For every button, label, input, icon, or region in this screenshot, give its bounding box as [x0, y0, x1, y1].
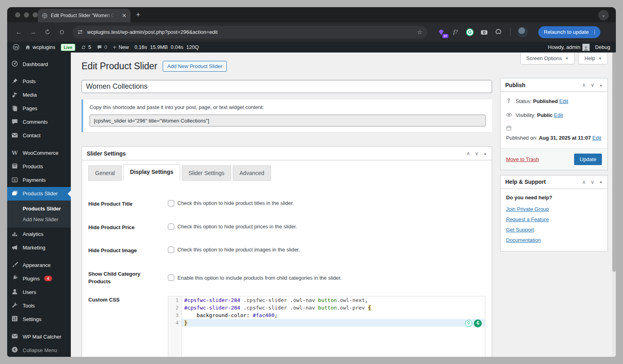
checkbox-hide-product-image[interactable] [168, 247, 174, 253]
edit-published-date-link[interactable]: Edit [592, 135, 601, 141]
sidebar-item-products-slider[interactable]: Products Slider [7, 187, 71, 200]
sidebar-item-products[interactable]: Products [7, 160, 71, 173]
scrollbar-thumb[interactable] [612, 53, 616, 272]
debug-menu[interactable]: Debug [595, 44, 610, 50]
window-controls[interactable] [15, 12, 38, 18]
screen-options-button[interactable]: Screen Options▼ [520, 53, 575, 64]
comments-menu[interactable]: 0 [97, 44, 107, 50]
edit-status-link[interactable]: Edit [559, 98, 568, 104]
move-up-icon[interactable]: ∧ [582, 82, 586, 88]
help-link-request-a-feature[interactable]: Request a Feature [506, 216, 602, 222]
browser-toolbar: ← → wcplugins.test/wp-admin/post.php?pos… [7, 22, 616, 42]
checkbox-hide-product-title[interactable] [168, 200, 174, 206]
relaunch-to-update-button[interactable]: Relaunch to update ⋮ [538, 26, 600, 38]
sidebar-item-label: Dashboard [23, 61, 48, 67]
home-button[interactable] [56, 26, 68, 38]
tab-close-icon[interactable]: ✕ [122, 12, 127, 19]
sidebar-subitem-products-slider[interactable]: Products Slider [7, 203, 71, 214]
help-link-join-private-group[interactable]: Join Private Group [506, 206, 602, 212]
sidebar-item-marketing[interactable]: Marketing [7, 241, 71, 255]
move-up-icon[interactable]: ∧ [582, 179, 586, 185]
tab-overflow-button[interactable]: ⌄ [598, 10, 609, 20]
move-down-icon[interactable]: ∨ [591, 82, 595, 88]
forward-button[interactable]: → [27, 26, 39, 38]
new-content-menu[interactable]: + New [113, 44, 129, 51]
edit-visibility-link[interactable]: Edit [554, 112, 563, 118]
sidebar-item-analytics[interactable]: Analytics [7, 228, 71, 241]
site-info-icon[interactable] [77, 29, 83, 35]
published-on-row: Published on: Aug 31, 2025 at 11:07 Edit [506, 125, 602, 142]
sidebar-item-contact[interactable]: Contact [7, 129, 71, 142]
move-down-icon[interactable]: ∨ [591, 179, 595, 185]
zoom-window-button[interactable] [33, 12, 38, 18]
sidebar-item-plugins[interactable]: Plugins4 [7, 272, 71, 285]
help-link-get-support[interactable]: Get Support [506, 227, 602, 233]
reload-button[interactable] [41, 26, 53, 38]
wp-logo-icon[interactable] [13, 44, 19, 51]
site-menu[interactable]: wcplugins [25, 44, 55, 50]
code-empty-area[interactable] [168, 327, 485, 357]
tab-advanced[interactable]: Advanced [233, 165, 271, 181]
grammarly-badge-icon[interactable]: G [474, 319, 482, 327]
menu-dots-icon[interactable]: ⋮ [592, 29, 597, 35]
move-up-icon[interactable]: ∧ [466, 150, 470, 156]
sidebar-item-payments[interactable]: $Payments [7, 173, 71, 187]
sidebar-item-wp-mail-catcher[interactable]: WP Mail Catcher [7, 330, 71, 343]
sidebar-item-tools[interactable]: Tools [7, 299, 71, 312]
back-button[interactable]: ← [13, 26, 25, 38]
content-area: Screen Options▼ Help▼ Edit Product Slide… [71, 53, 616, 357]
slider-stack-icon [11, 190, 19, 198]
move-down-icon[interactable]: ∨ [475, 150, 479, 156]
extensions-puzzle-icon[interactable] [494, 28, 503, 37]
browser-tab[interactable]: Edit Product Slider "Women C ✕ [38, 9, 130, 22]
updates-menu[interactable]: 5 [81, 44, 91, 50]
user-icon [11, 288, 19, 296]
svg-text:$: $ [14, 178, 16, 182]
lightbulb-icon[interactable]: ⚲ [465, 320, 472, 327]
field-row-hide-product-title: Hide Product TitleCheck this option to h… [88, 200, 485, 208]
sidebar-item-appearance[interactable]: Appearance [7, 258, 71, 272]
shortcode-input[interactable] [90, 115, 486, 127]
sidebar-item-woocommerce[interactable]: WWooCommerce [7, 146, 71, 160]
page-scrollbar[interactable] [612, 53, 616, 357]
sidebar-item-media[interactable]: Media [7, 88, 71, 102]
new-tab-button[interactable]: + [136, 11, 140, 19]
custom-css-editor[interactable]: 1#cpsfwc-slider-284 .cpsfwc-slider .owl-… [168, 296, 485, 357]
sidebar-item-label: Marketing [23, 245, 45, 251]
help-button[interactable]: Help▼ [578, 53, 608, 64]
live-badge[interactable]: Live [61, 44, 75, 51]
minimize-window-button[interactable] [24, 12, 29, 18]
bookmark-star-icon[interactable]: ☆ [417, 29, 422, 36]
address-bar[interactable]: wcplugins.test/wp-admin/post.php?post=29… [72, 26, 427, 39]
tab-slider-settings[interactable]: Slider Settings [182, 165, 231, 181]
fonts-extension-icon[interactable]: f? [451, 28, 460, 37]
move-to-trash-link[interactable]: Move to Trash [506, 156, 539, 162]
tab-general[interactable]: General [88, 165, 122, 181]
update-button[interactable]: Update [574, 154, 602, 165]
checkbox-show-child-category-products[interactable] [168, 274, 174, 281]
sidebar-item-dashboard[interactable]: Dashboard [7, 57, 71, 71]
sidebar-subitem-add-new-slider[interactable]: Add New Slider [7, 214, 71, 225]
profile-avatar[interactable] [518, 27, 528, 37]
my-account-menu[interactable]: Howdy, admin [548, 44, 589, 51]
camera-extension-icon[interactable] [480, 28, 489, 37]
sidebar-item-users[interactable]: Users [7, 285, 71, 299]
close-window-button[interactable] [15, 12, 20, 18]
sidebar-item-collapse-menu[interactable]: Collapse Menu [7, 343, 71, 357]
toggle-panel-icon[interactable]: ▲ [599, 83, 603, 87]
sidebar-item-posts[interactable]: Posts [7, 75, 71, 88]
add-new-product-slider-button[interactable]: Add New Product Slider [163, 61, 226, 72]
sidebar-item-pages[interactable]: Pages [7, 102, 71, 115]
checkbox-hide-product-price[interactable] [168, 224, 174, 230]
comment-bubble-icon [97, 45, 102, 50]
toggle-panel-icon[interactable]: ▲ [483, 152, 487, 156]
extension-icon[interactable]: 27 [437, 28, 446, 37]
sidebar-item-settings[interactable]: Settings [7, 312, 71, 326]
toggle-panel-icon[interactable]: ▲ [599, 180, 603, 184]
help-link-documentation[interactable]: Documentation [506, 237, 602, 243]
tab-display-settings[interactable]: Display Settings [123, 164, 180, 181]
grammarly-extension-icon[interactable]: G [465, 28, 474, 37]
post-title-input[interactable] [82, 80, 492, 93]
sidebar-item-comments[interactable]: Comments [7, 115, 71, 129]
url-text[interactable]: wcplugins.test/wp-admin/post.php?post=29… [87, 29, 413, 35]
